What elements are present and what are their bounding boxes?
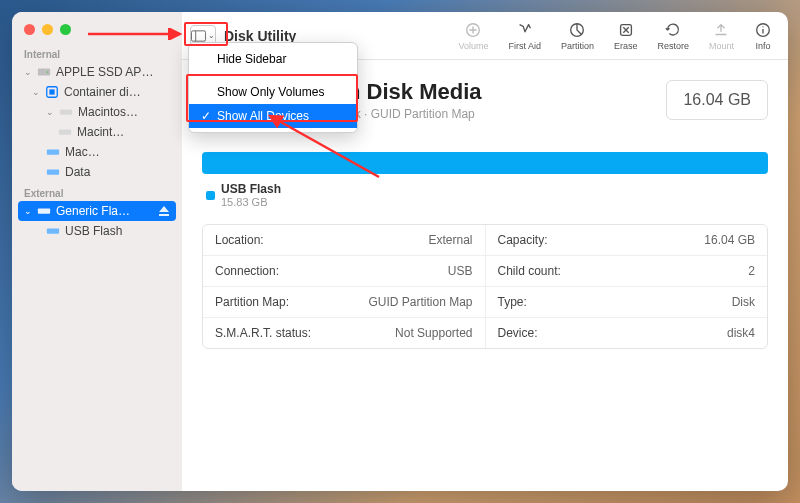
toolbar-first-aid[interactable]: First Aid (500, 21, 549, 51)
minimize-button[interactable] (42, 24, 53, 35)
sidebar-item-apple-ssd[interactable]: ⌄ APPLE SSD AP… (18, 62, 176, 82)
sidebar-item-label: Mac… (65, 145, 100, 159)
disk-utility-window: Internal ⌄ APPLE SSD AP… ⌄ Container di…… (12, 12, 788, 491)
info-value: 16.04 GB (704, 233, 755, 247)
external-disk-icon (37, 204, 51, 218)
view-menu: ✓ Hide Sidebar ✓ Show Only Volumes ✓ Sho… (188, 42, 358, 133)
info-label: Connection: (215, 264, 279, 278)
usage-legend: USB Flash 15.83 GB (202, 182, 768, 208)
sidebar-item-label: Data (65, 165, 90, 179)
info-value: GUID Partition Map (368, 295, 472, 309)
sidebar-item-usb-flash[interactable]: USB Flash (18, 221, 176, 241)
sidebar-section-internal: Internal (12, 43, 182, 62)
info-label: Capacity: (498, 233, 548, 247)
chevron-down-icon: ⌄ (208, 31, 215, 40)
menu-item-label: Show All Devices (217, 109, 309, 123)
hdd-icon (37, 65, 51, 79)
svg-rect-7 (47, 169, 59, 174)
sidebar-item-generic-flash[interactable]: ⌄ Generic Fla… (18, 201, 176, 221)
sidebar-item-data[interactable]: Data (18, 162, 176, 182)
info-value: Disk (732, 295, 755, 309)
drive-icon (58, 125, 72, 139)
info-table: Location:External Capacity:16.04 GB Conn… (202, 224, 768, 349)
menu-item-show-only-volumes[interactable]: ✓ Show Only Volumes (189, 80, 357, 104)
menu-item-label: Hide Sidebar (217, 52, 286, 66)
sidebar-icon (191, 30, 206, 42)
sidebar-section-external: External (12, 182, 182, 201)
svg-point-1 (47, 71, 49, 73)
info-label: Type: (498, 295, 527, 309)
svg-rect-9 (47, 228, 59, 233)
zoom-button[interactable] (60, 24, 71, 35)
chevron-down-icon: ⌄ (46, 107, 54, 117)
menu-item-label: Show Only Volumes (217, 85, 324, 99)
sidebar-tree-internal: ⌄ APPLE SSD AP… ⌄ Container di… ⌄ Macint… (12, 62, 182, 182)
sidebar-item-label: Container di… (64, 85, 141, 99)
sidebar-item-label: Macint… (77, 125, 124, 139)
toolbar-volume[interactable]: Volume (450, 21, 496, 51)
info-value: 2 (748, 264, 755, 278)
sidebar-item-label: APPLE SSD AP… (56, 65, 153, 79)
window-controls (12, 12, 182, 43)
disk-size-badge: 16.04 GB (666, 80, 768, 120)
volume-icon (46, 165, 60, 179)
chevron-down-icon: ⌄ (24, 67, 32, 77)
toolbar-partition[interactable]: Partition (553, 21, 602, 51)
info-label: Child count: (498, 264, 561, 278)
menu-item-hide-sidebar[interactable]: ✓ Hide Sidebar (189, 47, 357, 71)
svg-rect-8 (38, 208, 50, 213)
chevron-down-icon: ⌄ (32, 87, 40, 97)
sidebar-item-macint[interactable]: Macint… (18, 122, 176, 142)
info-label: Device: (498, 326, 538, 340)
info-label: S.M.A.R.T. status: (215, 326, 311, 340)
check-icon: ✓ (201, 109, 211, 123)
usage-bar (202, 152, 768, 174)
sidebar: Internal ⌄ APPLE SSD AP… ⌄ Container di…… (12, 12, 182, 491)
container-icon (45, 85, 59, 99)
legend-name: USB Flash (221, 182, 281, 196)
volume-icon (46, 145, 60, 159)
drive-icon (59, 105, 73, 119)
toolbar-mount[interactable]: Mount (701, 21, 742, 51)
chevron-down-icon: ⌄ (24, 206, 32, 216)
volume-icon (46, 224, 60, 238)
toolbar-info[interactable]: Info (746, 21, 780, 51)
sidebar-item-mac[interactable]: Mac… (18, 142, 176, 162)
sidebar-item-container[interactable]: ⌄ Container di… (18, 82, 176, 102)
menu-separator (189, 75, 357, 76)
svg-rect-3 (49, 89, 54, 94)
info-value: Not Supported (395, 326, 472, 340)
sidebar-item-label: Macintos… (78, 105, 138, 119)
svg-rect-4 (60, 109, 72, 114)
svg-rect-10 (191, 30, 205, 40)
info-label: Location: (215, 233, 264, 247)
legend-swatch (206, 191, 215, 200)
toolbar-erase[interactable]: Erase (606, 21, 646, 51)
close-button[interactable] (24, 24, 35, 35)
svg-rect-6 (47, 149, 59, 154)
info-value: USB (448, 264, 473, 278)
legend-size: 15.83 GB (221, 196, 281, 208)
info-value: External (428, 233, 472, 247)
sidebar-item-label: Generic Fla… (56, 204, 130, 218)
eject-icon[interactable] (158, 205, 170, 217)
info-value: disk4 (727, 326, 755, 340)
info-label: Partition Map: (215, 295, 289, 309)
svg-rect-5 (59, 129, 71, 134)
sidebar-item-macintos[interactable]: ⌄ Macintos… (18, 102, 176, 122)
sidebar-item-label: USB Flash (65, 224, 122, 238)
toolbar-restore[interactable]: Restore (649, 21, 697, 51)
menu-item-show-all-devices[interactable]: ✓ Show All Devices (189, 104, 357, 128)
sidebar-tree-external: ⌄ Generic Fla… USB Flash (12, 201, 182, 241)
